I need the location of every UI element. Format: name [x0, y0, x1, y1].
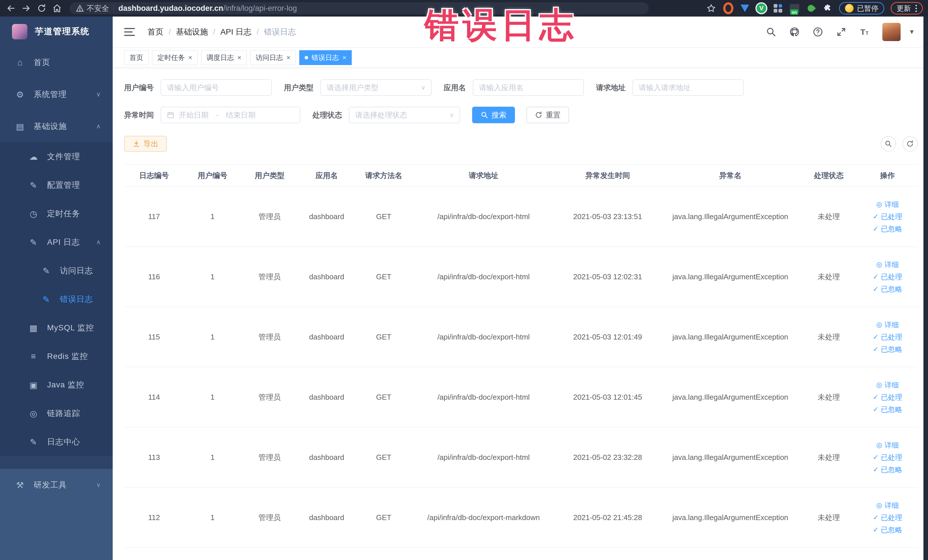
- detail-link[interactable]: ◎详细: [876, 200, 899, 209]
- profile-paused-badge[interactable]: 已暂停: [839, 2, 884, 15]
- breadcrumb-item[interactable]: API 日志: [221, 26, 252, 37]
- puzzle-extensions-icon[interactable]: [823, 3, 833, 14]
- export-button[interactable]: 导出: [124, 136, 167, 152]
- column-header: 异常发生时间: [555, 165, 661, 186]
- process-status-select[interactable]: 请选择处理状态∨: [349, 107, 460, 123]
- check-icon: ✓: [873, 453, 878, 461]
- ignored-link[interactable]: ✓已忽略: [873, 345, 902, 354]
- fullscreen-icon[interactable]: [836, 26, 847, 38]
- search-button[interactable]: 搜索: [472, 107, 515, 123]
- sidebar-item-trace[interactable]: ◎链路追踪: [0, 399, 113, 428]
- sidebar-item-home[interactable]: ⌂首页: [0, 46, 113, 78]
- refresh-table-button[interactable]: [902, 136, 918, 151]
- user-menu-caret-icon[interactable]: ▼: [908, 28, 915, 36]
- trace-eye-icon: ◎: [27, 409, 40, 418]
- plant-extension-icon[interactable]: [806, 3, 816, 14]
- eye-icon: ◎: [876, 441, 882, 449]
- sidebar-item-redis[interactable]: ≡Redis 监控: [0, 342, 113, 371]
- sidebar-item-mysql[interactable]: ▦MySQL 监控: [0, 314, 113, 342]
- orange-ring-extension-icon[interactable]: [723, 3, 733, 14]
- tab-定时任务[interactable]: 定时任务×: [152, 50, 198, 65]
- reset-button[interactable]: 重置: [527, 107, 569, 123]
- browser-home-icon[interactable]: [51, 3, 63, 14]
- hamburger-icon[interactable]: [124, 28, 135, 36]
- browser-forward-icon[interactable]: [21, 3, 32, 14]
- breadcrumb-separator: /: [256, 27, 259, 37]
- ignored-link[interactable]: ✓已忽略: [873, 224, 902, 233]
- log-icon: ✎: [40, 294, 52, 304]
- sidebar-item-dev-tool[interactable]: ⚒研发工具∨: [0, 469, 113, 501]
- close-icon[interactable]: ×: [237, 54, 241, 61]
- blue-drop-extension-icon[interactable]: [740, 3, 750, 14]
- processed-link[interactable]: ✓已处理: [873, 333, 902, 342]
- font-size-icon[interactable]: TT: [859, 26, 870, 38]
- close-icon[interactable]: ×: [342, 54, 346, 61]
- green-v-extension-icon[interactable]: V: [756, 3, 766, 14]
- processed-link[interactable]: ✓已处理: [873, 392, 902, 402]
- table-cell: GET: [355, 488, 412, 548]
- user-type-select[interactable]: 请选择用户类型∨: [321, 79, 432, 96]
- ignored-link[interactable]: ✓已忽略: [873, 405, 902, 414]
- sidebar-item-system[interactable]: ⚙系统管理∨: [0, 78, 113, 110]
- sidebar-item-api-log[interactable]: ✎API 日志∧: [0, 228, 113, 256]
- sidebar-item-java[interactable]: ▣Java 监控: [0, 371, 113, 399]
- ignored-link[interactable]: ✓已忽略: [873, 465, 902, 475]
- sidebar-item-error-log[interactable]: ✎错误日志: [0, 285, 113, 314]
- table-cell: 2021-05-02 21:45:28: [555, 488, 661, 548]
- search-icon[interactable]: [765, 26, 777, 38]
- edit-icon: ✎: [27, 180, 40, 190]
- page-scrollbar[interactable]: [923, 17, 928, 560]
- browser-reload-icon[interactable]: [36, 3, 47, 14]
- app-name-input[interactable]: 请输入应用名: [473, 79, 584, 96]
- infra-icon: ▤: [14, 122, 26, 131]
- column-header: 请求地址: [412, 165, 555, 186]
- user-id-label: 用户编号: [124, 83, 154, 93]
- detail-link[interactable]: ◎详细: [876, 380, 899, 390]
- browser-update-button[interactable]: 更新: [891, 2, 923, 15]
- processed-link[interactable]: ✓已处理: [873, 272, 902, 282]
- browser-menu-icon[interactable]: [914, 5, 917, 12]
- sidebar-item-job[interactable]: ◷定时任务: [0, 200, 113, 228]
- on-badge-extension-icon[interactable]: on: [789, 3, 800, 14]
- ignored-link[interactable]: ✓已忽略: [873, 284, 902, 294]
- sidebar-item-infra[interactable]: ▤基础设施∧: [0, 110, 113, 142]
- processed-link[interactable]: ✓已处理: [873, 453, 902, 462]
- detail-link[interactable]: ◎详细: [876, 500, 899, 510]
- tab-访问日志[interactable]: 访问日志×: [250, 50, 296, 65]
- tab-首页[interactable]: 首页: [124, 50, 149, 65]
- toggle-search-button[interactable]: [881, 136, 896, 151]
- app-logo-row[interactable]: 芋道管理系统: [0, 17, 113, 46]
- grid-extension-icon[interactable]: [773, 3, 783, 14]
- breadcrumb-item[interactable]: 首页: [148, 26, 163, 37]
- breadcrumb-item[interactable]: 基础设施: [176, 26, 208, 37]
- detail-link[interactable]: ◎详细: [876, 320, 899, 330]
- close-icon[interactable]: ×: [188, 54, 192, 61]
- table-cell: 未处理: [800, 427, 857, 487]
- tab-调度日志[interactable]: 调度日志×: [201, 50, 247, 65]
- ignored-link[interactable]: ✓已忽略: [873, 525, 902, 535]
- request-url-input[interactable]: 请输入请求地址: [632, 79, 744, 96]
- breadcrumb-separator: /: [213, 27, 215, 37]
- clock-icon: ◷: [27, 209, 40, 219]
- sidebar-item-file[interactable]: ☁文件管理: [0, 142, 113, 171]
- detail-link[interactable]: ◎详细: [876, 441, 899, 450]
- sidebar-item-access-log[interactable]: ✎访问日志: [0, 256, 113, 285]
- exception-time-range-picker[interactable]: 开始日期 - 结束日期: [160, 107, 301, 123]
- processed-link[interactable]: ✓已处理: [873, 212, 902, 221]
- sidebar-bottom: ⚒研发工具∨: [0, 469, 113, 560]
- detail-link[interactable]: ◎详细: [876, 260, 899, 269]
- user-avatar[interactable]: [882, 23, 901, 41]
- sidebar-item-log-center[interactable]: ✎日志中心: [0, 428, 113, 456]
- bookmark-star-icon[interactable]: [705, 3, 717, 14]
- help-icon[interactable]: [812, 26, 824, 38]
- refresh-icon: [906, 140, 914, 148]
- check-icon: ✓: [873, 514, 878, 522]
- sidebar-item-config[interactable]: ✎配置管理: [0, 171, 113, 200]
- user-id-input[interactable]: 请输入用户编号: [160, 79, 272, 96]
- processed-link[interactable]: ✓已处理: [873, 513, 902, 522]
- close-icon[interactable]: ×: [286, 54, 290, 61]
- tab-错误日志[interactable]: 错误日志×: [299, 50, 352, 65]
- breadcrumb-item: 错误日志: [264, 26, 296, 37]
- browser-back-icon[interactable]: [5, 3, 17, 14]
- github-icon[interactable]: [789, 26, 800, 38]
